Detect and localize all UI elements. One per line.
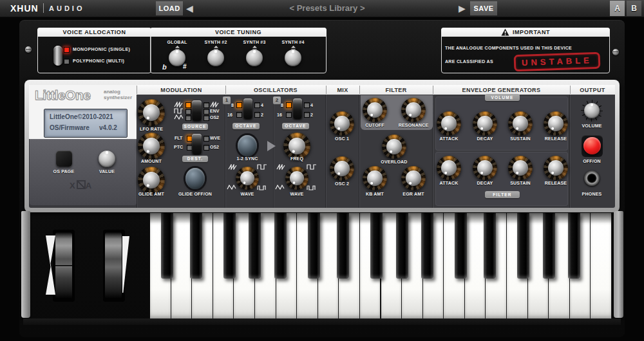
amount-label: AMOUNT <box>129 159 174 163</box>
osc2-octave-badge: OCTAVE <box>282 123 309 129</box>
os-page-label: OS PAGE <box>41 169 86 174</box>
preset-display[interactable]: < Presets Library > <box>197 3 457 13</box>
source-badge: SOURCE <box>182 124 208 130</box>
mono-led <box>64 47 70 53</box>
black-key[interactable] <box>421 213 433 279</box>
white-key[interactable] <box>465 213 486 318</box>
flt-attack-knob[interactable] <box>437 156 461 180</box>
osc2-oct8-led <box>286 102 292 108</box>
osc1-octave-switch[interactable] <box>243 98 252 119</box>
header-divider <box>433 86 433 94</box>
glide-on-off-button[interactable] <box>185 168 205 189</box>
section-title-mix: MIX <box>326 87 359 93</box>
slot-a-button[interactable]: A <box>610 1 625 16</box>
amount-knob[interactable] <box>138 133 165 160</box>
egr-amt-knob[interactable] <box>401 166 426 190</box>
cutoff-knob[interactable] <box>363 98 387 122</box>
output-volume-knob[interactable] <box>584 103 600 118</box>
flt-release-label: RELEASE <box>540 181 572 185</box>
dest-switch[interactable] <box>192 134 202 154</box>
header-divider <box>326 86 327 94</box>
white-key[interactable] <box>318 213 339 318</box>
brand-xhun: XHUN <box>10 3 39 14</box>
osc-sync-arrow-icon <box>267 141 276 151</box>
black-key[interactable] <box>190 213 202 279</box>
white-key[interactable] <box>171 213 193 318</box>
mix-osc2-knob[interactable] <box>330 156 354 181</box>
value-label: VALUE <box>84 169 129 174</box>
slot-b-button[interactable]: B <box>627 1 641 16</box>
osc1-wave-knob[interactable] <box>236 167 259 190</box>
voice-allocation-title: VOICE ALLOCATION <box>37 28 151 37</box>
load-button[interactable]: LOAD <box>156 1 183 15</box>
overload-label: OVERLOAD <box>372 160 417 164</box>
source-switch[interactable] <box>192 100 202 121</box>
section-title-envelopes: ENVELOPE GENERATORS <box>433 87 570 93</box>
screw-icon <box>25 46 32 53</box>
black-key[interactable] <box>370 213 383 279</box>
synth4-tune-knob[interactable] <box>285 50 301 66</box>
black-key[interactable] <box>568 213 580 279</box>
vol-release-knob[interactable] <box>544 111 568 136</box>
prev-preset-icon[interactable]: ◀ <box>186 3 193 14</box>
flt-decay-knob[interactable] <box>473 156 497 180</box>
os-page-button[interactable] <box>56 151 72 167</box>
flt-sustain-knob[interactable] <box>508 156 533 180</box>
glide-amt-knob[interactable] <box>138 167 165 194</box>
unstable-stamp: UNSTABLE <box>514 52 601 72</box>
osc1-oct16-led <box>236 112 242 118</box>
black-key[interactable] <box>274 213 287 279</box>
dest-os2-label: OS2 <box>210 145 219 149</box>
power-button[interactable] <box>583 137 601 154</box>
square-wave-icon <box>174 108 184 114</box>
overload-knob[interactable] <box>382 134 406 159</box>
osc2-freq-knob[interactable] <box>283 133 310 160</box>
black-key[interactable] <box>517 213 529 279</box>
glide-amt-label: GLIDE AMT <box>129 192 174 196</box>
black-key[interactable] <box>543 213 555 279</box>
flt-release-knob[interactable] <box>544 156 568 180</box>
white-key[interactable] <box>591 213 612 318</box>
vol-attack-knob[interactable] <box>437 111 461 136</box>
mix-osc1-knob[interactable] <box>330 111 354 136</box>
osc-sync-button[interactable] <box>238 135 257 156</box>
black-key[interactable] <box>308 213 320 279</box>
source-env-label: ENV <box>210 109 219 113</box>
synth3-tune-knob[interactable] <box>246 50 263 66</box>
vol-sustain-knob[interactable] <box>508 111 533 136</box>
black-key[interactable] <box>396 213 408 279</box>
osc2-octave-switch[interactable] <box>293 98 302 119</box>
vol-decay-knob[interactable] <box>473 111 497 136</box>
osc2-tab: 2 <box>273 97 281 104</box>
save-button[interactable]: SAVE <box>470 1 497 15</box>
keyboard[interactable] <box>150 213 612 318</box>
brand-divider <box>43 3 44 13</box>
black-key[interactable] <box>337 213 349 279</box>
kb-amt-knob[interactable] <box>363 166 387 190</box>
black-key[interactable] <box>249 213 261 279</box>
resonance-knob[interactable] <box>401 98 426 122</box>
black-key[interactable] <box>455 213 467 279</box>
black-key[interactable] <box>484 213 496 279</box>
lcd-display: LittleOne©2010-2021 OS/Firmware v4.0.2 <box>44 109 128 138</box>
synth2-tune-knob[interactable] <box>207 50 224 66</box>
mod-wheel[interactable] <box>105 232 122 299</box>
square-wave-icon <box>257 164 267 170</box>
black-key[interactable] <box>223 213 236 279</box>
value-knob[interactable] <box>99 151 115 167</box>
monogram-a: A <box>86 181 93 190</box>
osc1-oct16-label: 16 <box>227 113 232 117</box>
header-divider <box>359 86 360 94</box>
lfo-rate-knob[interactable] <box>138 99 165 126</box>
osc2-wave-label: WAVE <box>274 192 319 196</box>
osc1-oct4-label: 4 <box>261 103 263 107</box>
voice-mode-toggle[interactable] <box>53 46 62 66</box>
monogram-box <box>77 180 86 189</box>
monogram-x: X <box>70 181 77 190</box>
black-key[interactable] <box>161 213 173 279</box>
next-preset-icon[interactable]: ▶ <box>459 3 466 14</box>
pitch-wheel[interactable] <box>55 232 72 299</box>
osc2-wave-knob[interactable] <box>285 167 308 190</box>
mix-osc2-label: OSC 2 <box>319 181 365 186</box>
lcd-line2-left: OS/Firmware <box>50 124 90 131</box>
